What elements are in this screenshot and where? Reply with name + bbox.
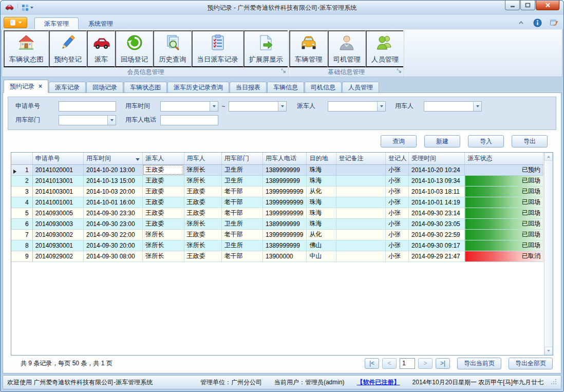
column-header-2[interactable]: 派车人 [143,153,184,164]
dispatcher-combo[interactable] [328,101,386,111]
cell-accept_time[interactable]: 2014-10-03 18:11 [409,186,465,197]
cell-use_time[interactable]: 2014-09-30 23:30 [83,208,142,218]
column-header-7[interactable]: 登记备注 [336,153,385,164]
doc-tab-7[interactable]: 司机信息 [305,82,342,93]
column-header-6[interactable]: 目的地 [307,153,336,164]
cell-accept_time[interactable]: 2014-10-20 10:24 [409,164,465,175]
doc-tab-8[interactable]: 人员管理 [342,82,379,93]
cell-remark[interactable] [336,240,385,251]
doc-tab-0[interactable]: 预约记录× [4,80,48,93]
vertical-scrollbar[interactable] [544,153,553,355]
cell-status[interactable]: 已取消 [465,251,543,262]
cell-dept[interactable]: 老干部 [221,208,262,218]
cell-status[interactable]: 已回场 [465,208,543,218]
first-page-button[interactable]: |< [365,358,379,369]
cell-dest[interactable]: 从化 [307,186,336,197]
cell-status[interactable]: 已回场 [465,218,543,229]
cell-dept[interactable]: 卫生所 [221,164,262,175]
table-row[interactable]: 8201409300012014-09-30 20:00张所长张所长卫生所138… [11,240,543,251]
doc-tab-4[interactable]: 派车历史记录查询 [167,82,229,93]
cell-status[interactable]: 已回场 [465,197,543,208]
reservation-register-button[interactable]: 预约登记 [49,30,87,67]
cell-user[interactable]: 张所长 [184,175,221,186]
cell-user[interactable]: 王政委 [184,251,221,262]
user-combo[interactable] [424,101,482,111]
row-indicator-cell[interactable]: 8 [11,240,32,251]
title-bar[interactable]: 预约记录 - 广州爱奇迪软件科技有限公司-派车管理系统 [1,1,563,15]
cell-dept[interactable]: 卫生所 [221,240,262,251]
cell-dept[interactable]: 卫生所 [221,175,262,186]
chevron-down-icon[interactable] [377,102,385,111]
minimize-button[interactable] [505,1,520,10]
cell-dept[interactable]: 老干部 [221,229,262,240]
close-tab-icon[interactable]: × [39,84,42,89]
ribbon-tab-1[interactable]: 系统管理 [79,17,123,29]
cell-order_no[interactable]: 20141020001 [32,164,83,175]
cell-registrar[interactable]: 小张 [385,186,408,197]
cell-order_no[interactable]: 20141013001 [32,175,83,186]
export-all-pages-button[interactable]: 导出全部页 [509,358,553,369]
cell-status[interactable]: 已预约 [465,164,543,175]
resize-grip-icon[interactable] [551,379,557,386]
table-row[interactable]: 5201409300052014-09-30 23:30王政委王政委老干部139… [11,208,543,218]
cell-status[interactable]: 已回场 [465,186,543,197]
cell-order_no[interactable]: 20141001001 [32,197,83,208]
table-row[interactable]: 7201409300022014-09-30 22:00张所长王政委老干部139… [11,229,543,240]
cell-remark[interactable] [336,229,385,240]
use-time-from-combo[interactable] [160,101,218,111]
cell-phone[interactable]: 13900000 [263,251,307,262]
cell-dispatcher[interactable]: 王政委 [143,164,184,175]
cell-registrar[interactable]: 小张 [385,175,408,186]
cell-remark[interactable] [336,197,385,208]
phone-input[interactable] [160,115,218,125]
last-page-button[interactable]: >| [436,358,450,369]
cell-user[interactable]: 张所长 [184,218,221,229]
cell-remark[interactable] [336,251,385,262]
table-row[interactable]: 4201410010012014-10-01 16:00王政委王政委老干部139… [11,197,543,208]
cell-use_time[interactable]: 2014-09-30 08:00 [83,251,142,262]
cell-dispatcher[interactable]: 王政委 [143,208,184,218]
collapse-ribbon-button[interactable] [516,18,525,27]
cell-use_time[interactable]: 2014-09-30 23:00 [83,218,142,229]
cell-dept[interactable]: 老干部 [221,186,262,197]
page-number-input[interactable] [400,358,415,369]
cell-accept_time[interactable]: 2014-09-30 23:05 [409,218,465,229]
cell-use_time[interactable]: 2014-09-30 20:00 [83,240,142,251]
cell-registrar[interactable]: 小张 [385,240,408,251]
license-registered-link[interactable]: 【软件已注册】 [357,378,400,387]
chevron-down-icon[interactable] [473,102,481,111]
column-header-5[interactable]: 用车人电话 [263,153,307,164]
row-indicator-cell[interactable]: 1 [11,164,32,175]
row-indicator-cell[interactable]: 9 [11,251,32,262]
cell-dest[interactable]: 珠海 [307,175,336,186]
create-button[interactable]: 新建 [424,135,460,147]
sort-desc-icon[interactable] [136,158,140,161]
cell-dispatcher[interactable]: 王政委 [143,197,184,208]
return-register-button[interactable]: 回场登记 [115,30,153,67]
chevron-down-icon[interactable] [210,102,218,111]
cell-accept_time[interactable]: 2014-09-29 21:47 [409,251,465,262]
scroll-up-icon[interactable] [544,153,553,161]
cell-status[interactable]: 已回场 [465,229,543,240]
row-indicator-cell[interactable]: 6 [11,218,32,229]
cell-phone[interactable]: 13999999999 [263,208,307,218]
scroll-down-icon[interactable] [544,347,553,355]
driver-manage-button[interactable]: 司机管理 [328,30,366,67]
next-page-button[interactable]: > [418,358,433,369]
cell-phone[interactable]: 13999999999 [263,229,307,240]
prev-page-button[interactable]: < [382,358,397,369]
row-indicator-cell[interactable]: 7 [11,229,32,240]
vehicle-status-button[interactable]: 车辆状态图 [4,30,49,67]
import-button[interactable]: 导入 [468,135,504,147]
cell-status[interactable]: 已回场 [465,175,543,186]
cell-phone[interactable]: 1389999999 [263,175,307,186]
cell-remark[interactable] [336,175,385,186]
export-button[interactable]: 导出 [512,135,548,147]
cell-remark[interactable] [336,218,385,229]
dispatch-car-button[interactable]: 派车 [87,30,115,67]
cell-dispatcher[interactable]: 张所长 [143,229,184,240]
skin-style-button[interactable] [549,18,558,27]
column-header-9[interactable]: 受理时间 [409,153,465,164]
doc-tab-6[interactable]: 车辆信息 [267,82,304,93]
cell-order_no[interactable]: 20140930003 [32,218,83,229]
